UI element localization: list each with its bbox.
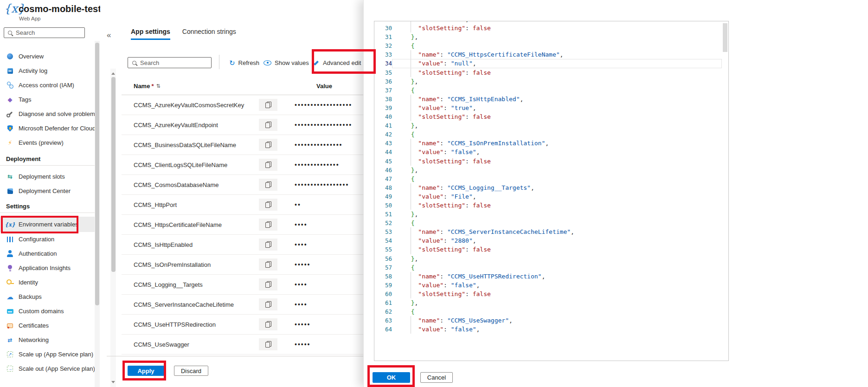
- sidebar-scrollbar[interactable]: [95, 41, 100, 387]
- sidebar-item-authentication[interactable]: Authentication: [0, 246, 95, 261]
- line-number: 41: [374, 121, 392, 130]
- editor-scrollbar-thumb[interactable]: [723, 23, 727, 52]
- json-token: :: [465, 25, 473, 32]
- line-number: 48: [374, 183, 392, 192]
- sidebar-item-activity-log[interactable]: Activity log: [0, 64, 95, 78]
- sidebar-item-access-control[interactable]: Access control (IAM): [0, 78, 95, 92]
- copy-button[interactable]: [259, 338, 277, 350]
- sidebar-item-events[interactable]: Events (preview): [0, 135, 95, 150]
- line-number: 40: [374, 112, 392, 121]
- scroll-down-icon[interactable]: [111, 381, 115, 385]
- table-row: CCMS_IsHttpEnabled••••: [122, 235, 363, 255]
- json-token: "name": [418, 184, 440, 191]
- sidebar-scrollbar-thumb[interactable]: [95, 43, 99, 305]
- line-content: },: [392, 298, 722, 307]
- sidebar-item-scale-out[interactable]: Scale out (App Service plan): [0, 361, 95, 376]
- json-code-editor[interactable]: 29 "value": "80",30 "slotSetting": false…: [374, 21, 729, 361]
- custom-domains-icon: [6, 307, 14, 315]
- line-number: 51: [374, 210, 392, 219]
- identity-icon: [6, 278, 14, 286]
- sidebar-item-app-insights[interactable]: Application Insights: [0, 261, 95, 275]
- advanced-edit-button[interactable]: Advanced edit: [313, 57, 361, 69]
- line-content: "slotSetting": false: [392, 68, 722, 77]
- json-token: "true": [451, 104, 473, 111]
- settings-tabs: App settingsConnection strings: [131, 28, 236, 40]
- collapse-menu-icon[interactable]: «: [107, 31, 111, 40]
- setting-value-masked: ••••••••••••••: [295, 161, 340, 168]
- app-settings-table: CCMS_AzureKeyVaultCosmosSecretKey•••••••…: [100, 95, 363, 355]
- json-token: "value": [418, 60, 444, 67]
- line-content: "name": "CCMS_IsHttpEnabled",: [392, 95, 722, 103]
- table-row: CCMS_ClientLogsSQLiteFileName•••••••••••…: [122, 155, 363, 175]
- copy-button[interactable]: [259, 318, 277, 330]
- copy-button[interactable]: [259, 298, 277, 310]
- copy-button[interactable]: [259, 139, 277, 151]
- sidebar-item-networking[interactable]: Networking: [0, 333, 95, 347]
- copy-button[interactable]: [259, 99, 277, 111]
- copy-button[interactable]: [259, 159, 277, 171]
- copy-button[interactable]: [259, 179, 277, 191]
- json-token: :: [444, 21, 451, 23]
- line-number: 58: [374, 272, 392, 281]
- sidebar-item-scale-up[interactable]: Scale up (App Service plan): [0, 347, 95, 361]
- json-token: :: [465, 290, 473, 297]
- json-token: :: [440, 317, 447, 324]
- sidebar-item-diagnose[interactable]: Diagnose and solve problems: [0, 107, 95, 121]
- line-content: {: [392, 174, 722, 183]
- code-line: 64 "value": "false",: [374, 325, 722, 334]
- json-token: :: [440, 273, 447, 280]
- json-token: "value": [418, 104, 444, 111]
- indent-guide-line: [411, 50, 411, 59]
- code-line: 56 },: [374, 254, 722, 263]
- sidebar-item-identity[interactable]: Identity: [0, 275, 95, 290]
- sidebar-item-defender[interactable]: Microsoft Defender for Cloud: [0, 121, 95, 135]
- apply-button[interactable]: Apply: [128, 366, 164, 376]
- tab-app-settings[interactable]: App settings: [131, 28, 170, 40]
- json-token: "slotSetting": [418, 246, 465, 253]
- copy-button[interactable]: [259, 199, 277, 211]
- sidebar-item-label: Identity: [19, 279, 38, 286]
- json-token: ,: [414, 299, 418, 306]
- sidebar-item-environment-variables[interactable]: Environment variables: [0, 217, 95, 232]
- refresh-button[interactable]: ↻ Refresh: [229, 57, 259, 69]
- json-token: "value": [418, 282, 444, 289]
- line-number: 59: [374, 281, 392, 290]
- table-row: CCMS_IsOnPremInstallation•••••: [122, 255, 363, 275]
- line-content: "name": "CCMS_ServerInstanceCacheLifetim…: [392, 227, 722, 236]
- line-number: 55: [374, 245, 392, 254]
- setting-value-masked: ••••••••••••••••••: [295, 101, 352, 109]
- sidebar-item-backups[interactable]: Backups: [0, 290, 95, 304]
- scroll-up-icon[interactable]: [111, 71, 115, 75]
- ok-button[interactable]: OK: [373, 372, 410, 383]
- sidebar-item-configuration[interactable]: Configuration: [0, 232, 95, 246]
- copy-button[interactable]: [259, 258, 277, 271]
- tab-connection-strings[interactable]: Connection strings: [182, 28, 236, 40]
- show-values-button[interactable]: Show values: [264, 57, 309, 69]
- sidebar-item-tags[interactable]: Tags: [0, 92, 95, 107]
- setting-value-masked: ••: [295, 201, 301, 208]
- table-search-input[interactable]: Search: [128, 57, 212, 68]
- sidebar-nav: OverviewActivity logAccess control (IAM)…: [0, 44, 95, 376]
- diagnose-icon: [6, 110, 14, 118]
- json-token: {: [411, 264, 415, 271]
- copy-button[interactable]: [259, 239, 277, 251]
- copy-button[interactable]: [259, 219, 277, 231]
- sidebar-item-deployment-slots[interactable]: Deployment slots: [0, 169, 95, 184]
- advanced-edit-overlay: 29 "value": "80",30 "slotSetting": false…: [363, 0, 868, 387]
- sidebar-item-custom-domains[interactable]: Custom domains: [0, 304, 95, 318]
- code-line: 55 "slotSetting": false: [374, 245, 722, 254]
- discard-button[interactable]: Discard: [174, 366, 208, 376]
- scale-up-icon: [6, 350, 14, 358]
- sidebar-item-deployment-center[interactable]: Deployment Center: [0, 184, 95, 198]
- cancel-button[interactable]: Cancel: [420, 372, 453, 383]
- sidebar-search-input[interactable]: Search: [4, 27, 85, 38]
- sort-icon: ⇅: [156, 83, 160, 89]
- table-row: CCMS_AzureKeyVaultEndpoint••••••••••••••…: [122, 115, 363, 135]
- sidebar-item-certificates[interactable]: Certificates: [0, 318, 95, 333]
- copy-button[interactable]: [259, 278, 277, 290]
- sidebar-item-overview[interactable]: Overview: [0, 49, 95, 64]
- azure-portal-page: {x} cosmo-mobile-test|Environment variab…: [0, 0, 868, 387]
- copy-button[interactable]: [259, 119, 277, 131]
- sidebar-search-placeholder: Search: [16, 29, 35, 36]
- name-column-header[interactable]: Name * ⇅: [134, 83, 161, 90]
